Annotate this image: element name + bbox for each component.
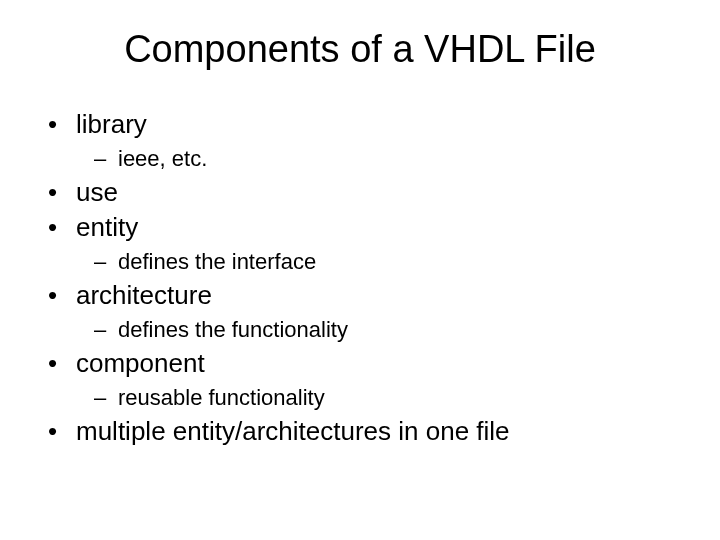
item-label: entity — [76, 210, 138, 245]
dash-marker: – — [94, 381, 118, 414]
subitem-label: ieee, etc. — [118, 142, 207, 175]
list-subitem: – ieee, etc. — [48, 142, 680, 175]
list-item: • library — [48, 107, 680, 142]
dash-marker: – — [94, 245, 118, 278]
list-subitem: – defines the interface — [48, 245, 680, 278]
slide-content: • library – ieee, etc. • use • entity – … — [40, 107, 680, 450]
list-item: • multiple entity/architectures in one f… — [48, 414, 680, 449]
item-label: architecture — [76, 278, 212, 313]
item-label: library — [76, 107, 147, 142]
bullet-marker: • — [48, 278, 76, 313]
list-item: • component — [48, 346, 680, 381]
list-subitem: – defines the functionality — [48, 313, 680, 346]
subitem-label: defines the interface — [118, 245, 316, 278]
bullet-marker: • — [48, 414, 76, 449]
bullet-marker: • — [48, 175, 76, 210]
bullet-marker: • — [48, 107, 76, 142]
bullet-marker: • — [48, 210, 76, 245]
list-item: • architecture — [48, 278, 680, 313]
list-item: • use — [48, 175, 680, 210]
slide-title: Components of a VHDL File — [40, 28, 680, 71]
bullet-marker: • — [48, 346, 76, 381]
subitem-label: reusable functionality — [118, 381, 325, 414]
list-subitem: – reusable functionality — [48, 381, 680, 414]
dash-marker: – — [94, 142, 118, 175]
item-label: use — [76, 175, 118, 210]
item-label: multiple entity/architectures in one fil… — [76, 414, 510, 449]
dash-marker: – — [94, 313, 118, 346]
subitem-label: defines the functionality — [118, 313, 348, 346]
item-label: component — [76, 346, 205, 381]
list-item: • entity — [48, 210, 680, 245]
